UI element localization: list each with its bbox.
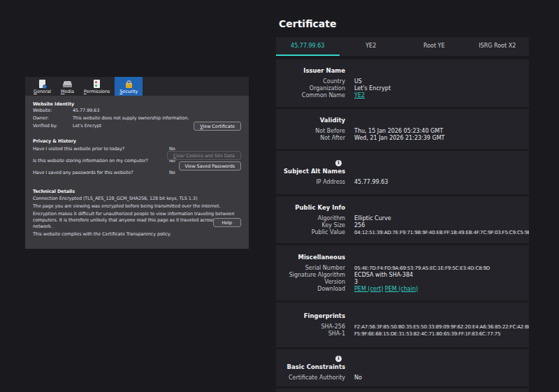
cert-tab-ye2[interactable]: YE2 (340, 37, 403, 56)
cert-field-row: Serial Number05:4E:7D:F4:FD:9A:69:53:79:… (276, 265, 529, 272)
view-saved-passwords-button[interactable]: View Saved Passwords (179, 161, 241, 170)
cert-field-row: Signature AlgorithmECDSA with SHA-384 (276, 272, 529, 279)
cert-field-row: IP Address45.77.99.63 (276, 179, 529, 186)
identity-row-label: Verified by: (33, 122, 73, 130)
section-card-subject-alt-names: iSubject Alt NamesIP Address45.77.99.63 (276, 151, 529, 194)
technical-detail-line: Encryption makes it difficult for unauth… (33, 211, 241, 230)
cert-field-value: Thu, 15 Jan 2026 05:23:40 GMT (354, 128, 529, 135)
clear-cookies-button[interactable]: Clear Cookies and Site Data (167, 151, 241, 160)
info-icon[interactable]: i (335, 356, 342, 362)
tab-label: Security (119, 89, 138, 94)
certificate-panel: 45.77.99.63YE2Root YEISRG Root X2 Issuer… (276, 37, 529, 392)
section-head-grid: Miscellaneous (276, 254, 529, 265)
cert-field-row: SHA-256F2:A7:56:3F:85:50:B0:35:E5:50:33:… (276, 324, 529, 331)
cert-field-value: PEM (cert) PEM (chain) (354, 286, 529, 293)
page-info-tabbar: GeneralMediaPermissionsSecurity (25, 77, 249, 96)
cert-field-value: 3 (354, 279, 529, 286)
privacy-answer: No (169, 170, 175, 175)
cert-field-label: Country (276, 78, 345, 85)
tab-general[interactable]: General (29, 77, 56, 96)
cert-field-value: F2:A7:56:3F:85:50:B0:35:E5:50:33:89:09:9… (354, 324, 529, 331)
cert-field-label: IP Address (276, 179, 345, 186)
tab-security[interactable]: Security (115, 77, 143, 96)
cert-field-value: US (354, 78, 529, 85)
cert-field-value: ECDSA with SHA-384 (354, 272, 529, 279)
cert-field-label: Signature Algorithm (276, 272, 345, 279)
cert-field-row: AlgorithmElliptic Curve (276, 215, 529, 222)
pem-chain-link[interactable]: PEM (chain) (385, 286, 418, 292)
cert-field-value: F5:9F:6E:68:15:DE:31:53:82:4C:71:80:65:3… (354, 331, 529, 337)
tab-permissions[interactable]: Permissions (79, 77, 115, 96)
privacy-question: Have I saved any passwords for this webs… (33, 170, 133, 175)
cert-field-value: Let's Encrypt (354, 85, 529, 92)
cert-field-value: No (354, 375, 529, 382)
cert-tab-root-ye[interactable]: Root YE (402, 37, 466, 56)
cert-field-value: Elliptic Curve (354, 215, 529, 222)
cert-field-label: Download (276, 286, 345, 293)
section-heading: Public Key Info (276, 204, 345, 211)
technical-detail-line: This website complies with the Certifica… (33, 231, 241, 238)
pem-cert-link[interactable]: PEM (cert) (354, 286, 383, 292)
cert-tab-isrg-root-x2[interactable]: ISRG Root X2 (466, 37, 530, 56)
identity-row-value: 45.77.99.63 (73, 107, 241, 115)
technical-details-heading: Technical Details (33, 189, 241, 194)
cert-field-row: CountryUS (276, 78, 529, 85)
identity-row-label: Owner: (33, 115, 73, 122)
section-card-public-key-info: Public Key InfoAlgorithmElliptic CurveKe… (276, 196, 529, 243)
section-card-fingerprints: FingerprintsSHA-256F2:A7:56:3F:85:50:B0:… (276, 303, 529, 347)
section-heading: Issuer Name (276, 67, 345, 74)
tab-label: Permissions (84, 89, 110, 94)
cert-field-label: Not After (276, 135, 345, 142)
cert-field-row: DownloadPEM (cert) PEM (chain) (276, 286, 529, 293)
certificate-page-title: Certificate (279, 18, 336, 29)
info-icon-row: i (276, 355, 345, 362)
cert-field-label: SHA-1 (276, 331, 345, 337)
section-heading: Miscellaneous (276, 254, 345, 261)
cert-field-row: Not BeforeThu, 15 Jan 2026 05:23:40 GMT (276, 128, 529, 135)
tab-media[interactable]: Media (56, 77, 79, 96)
cert-field-label: Version (276, 279, 345, 286)
info-icon[interactable]: i (335, 160, 342, 166)
help-button[interactable]: Help (213, 218, 241, 227)
ye2-link[interactable]: YE2 (354, 92, 365, 99)
cert-field-row: Common NameYE2 (276, 92, 529, 99)
cert-field-label: Certificate Authority (276, 375, 345, 382)
technical-detail-line: Connection Encrypted (TLS_AES_128_GCM_SH… (33, 196, 241, 202)
cert-field-value: 45.77.99.63 (354, 179, 529, 186)
section-heading: Fingerprints (276, 312, 345, 319)
cert-field-value: Wed, 21 Jan 2026 21:23:39 GMT (354, 135, 529, 142)
section-head-grid: Issuer Name (276, 67, 529, 78)
privacy-history-heading: Privacy & History (33, 138, 241, 144)
permissions-icon (92, 80, 101, 89)
section-head-grid: Public Key Info (276, 204, 529, 215)
section-head-grid: Validity (276, 117, 529, 128)
section-heading: Basic Constraints (276, 363, 345, 370)
cert-field-row: SHA-1F5:9F:6E:68:15:DE:31:53:82:4C:71:80… (276, 331, 529, 337)
cert-field-label: Algorithm (276, 215, 345, 222)
section-head-grid: iSubject Alt Names (276, 159, 529, 179)
document-icon (38, 80, 47, 89)
info-icon-row: i (276, 159, 345, 166)
cert-field-row: Key Size256 (276, 222, 529, 229)
section-card-miscellaneous: MiscellaneousSerial Number05:4E:7D:F4:FD… (276, 245, 529, 300)
section-head-grid: Fingerprints (276, 312, 529, 324)
cert-field-value: 04:12:51:39:AD:7E:F9:71:9B:9F:40:EB:FF:1… (354, 229, 529, 236)
tab-label: Media (61, 89, 74, 94)
cert-field-row: Certificate AuthorityNo (276, 375, 529, 382)
section-card-issuer-name: Issuer NameCountryUSOrganizationLet's En… (276, 59, 529, 107)
view-certificate-button[interactable]: View Certificate (194, 122, 241, 131)
page-info-dialog: GeneralMediaPermissionsSecurity Website … (25, 77, 249, 249)
privacy-question: Is this website storing information on m… (33, 158, 148, 164)
cert-field-value: 05:4E:7D:F4:FD:9A:69:53:79:A5:EC:1E:F9:5… (354, 265, 529, 272)
cert-field-value: YE2 (354, 92, 529, 99)
website-identity-heading: Website Identity (33, 101, 241, 107)
cert-field-label: Common Name (276, 92, 345, 99)
certificate-chain-tabs: 45.77.99.63YE2Root YEISRG Root X2 (276, 37, 529, 56)
identity-row-label: Website: (33, 107, 73, 115)
cert-tab-45-77-99-63[interactable]: 45.77.99.63 (276, 37, 340, 56)
cert-field-label: Serial Number (276, 265, 345, 272)
section-card-validity: ValidityNot BeforeThu, 15 Jan 2026 05:23… (276, 109, 529, 149)
section-head-grid: iBasic Constraints (276, 355, 529, 375)
technical-details-lines: Connection Encrypted (TLS_AES_128_GCM_SH… (33, 196, 241, 238)
cert-field-row: Version3 (276, 279, 529, 286)
